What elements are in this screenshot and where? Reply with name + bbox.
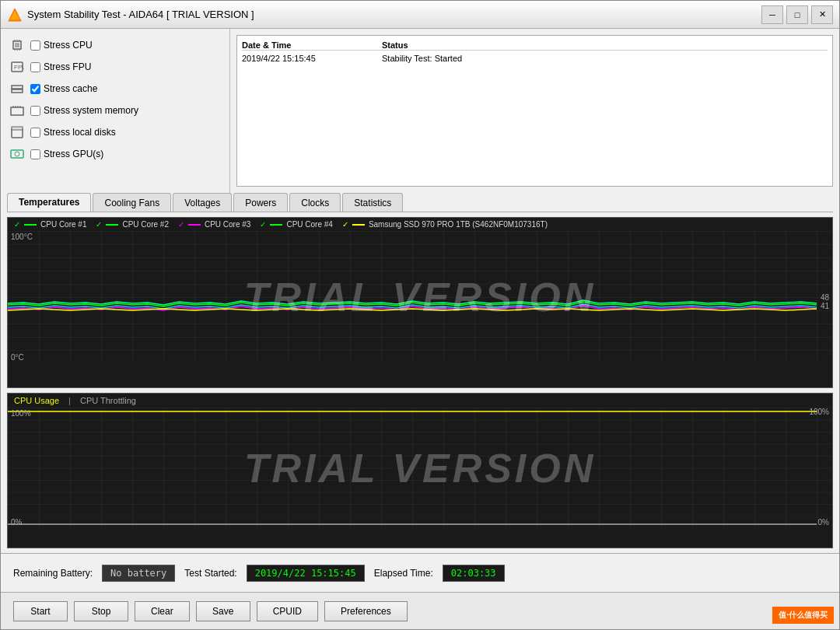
cache-icon: [9, 80, 26, 97]
test-started-label: Test Started:: [184, 568, 236, 579]
temp-val-41: 41: [821, 302, 829, 310]
stress-options-list: Stress CPU FPU Stress FPU Stress cache S…: [9, 37, 222, 163]
disks-checkbox[interactable]: [30, 128, 40, 138]
tab-temperatures[interactable]: Temperatures: [7, 193, 91, 212]
cpu-usage-chart: CPU Usage | CPU Throttling: [7, 393, 833, 548]
cpu-usage-legend-label: CPU Usage: [14, 396, 59, 405]
temp-values-right: 48 41: [821, 293, 829, 310]
temperature-svg: [8, 231, 832, 363]
title-bar: System Stability Test - AIDA64 [ TRIAL V…: [1, 1, 839, 29]
close-button[interactable]: ✕: [811, 5, 833, 24]
tab-clocks[interactable]: Clocks: [289, 193, 341, 212]
fpu-label: Stress FPU: [44, 61, 91, 72]
cpuid-button[interactable]: CPUID: [257, 601, 318, 621]
window-controls: ─ □ ✕: [761, 5, 833, 24]
legend-check: ✓: [14, 220, 20, 229]
cpu-label: Stress CPU: [44, 40, 93, 51]
maximize-button[interactable]: □: [786, 5, 808, 24]
memory-icon: [9, 102, 26, 119]
legend-check: ✓: [342, 220, 348, 229]
legend-text: CPU Core #3: [205, 220, 250, 229]
temperature-chart: ✓CPU Core #1✓CPU Core #2✓CPU Core #3✓CPU…: [7, 217, 833, 388]
cache-checkbox-label[interactable]: Stress cache: [30, 83, 97, 94]
svg-rect-12: [12, 86, 23, 89]
log-area: Date & Time Status 2019/4/22 15:15:45Sta…: [236, 35, 833, 187]
temperature-legend: ✓CPU Core #1✓CPU Core #2✓CPU Core #3✓CPU…: [8, 218, 832, 231]
log-status: Stability Test: Started: [382, 54, 828, 63]
log-col-datetime: Date & Time: [242, 40, 366, 50]
elapsed-value: 02:03:33: [443, 565, 505, 582]
log-rows: 2019/4/22 15:15:45Stability Test: Starte…: [242, 54, 828, 63]
y-label-min-cpu: 0%: [11, 518, 22, 527]
stress-item-disks: Stress local disks: [9, 124, 222, 141]
legend-text: Samsung SSD 970 PRO 1TB (S462NF0M107316T…: [369, 220, 548, 229]
tab-cooling-fans[interactable]: Cooling Fans: [93, 193, 171, 212]
stress-item-cpu: Stress CPU: [9, 37, 222, 54]
cpu-icon: [9, 37, 26, 54]
stress-item-cache: Stress cache: [9, 80, 222, 97]
cpu-checkbox[interactable]: [30, 40, 40, 51]
memory-checkbox-label[interactable]: Stress system memory: [30, 105, 138, 116]
memory-label: Stress system memory: [44, 105, 138, 116]
watermark: 值·什么值得买: [772, 607, 834, 624]
right-panel: Date & Time Status 2019/4/22 15:15:45Sta…: [230, 29, 839, 193]
separator: |: [68, 396, 71, 405]
start-button[interactable]: Start: [13, 601, 68, 621]
legend-text: CPU Core #2: [122, 220, 168, 229]
log-datetime: 2019/4/22 15:15:45: [242, 54, 366, 63]
tab-statistics[interactable]: Statistics: [342, 193, 403, 212]
svg-rect-14: [11, 107, 23, 115]
tabs-row: TemperaturesCooling FansVoltagesPowersCl…: [7, 193, 833, 212]
gpu-checkbox[interactable]: [30, 149, 40, 159]
fpu-checkbox[interactable]: [30, 62, 40, 72]
tabs-section: TemperaturesCooling FansVoltagesPowersCl…: [1, 193, 839, 212]
cache-checkbox[interactable]: [30, 84, 40, 94]
svg-text:FPU: FPU: [14, 64, 24, 71]
cpu-val-100: 100%: [809, 408, 829, 416]
status-bar: Remaining Battery: No battery Test Start…: [1, 553, 839, 592]
memory-checkbox[interactable]: [30, 106, 40, 116]
svg-point-22: [15, 152, 19, 156]
save-button[interactable]: Save: [196, 601, 250, 621]
svg-rect-23: [8, 231, 832, 363]
app-icon: [7, 7, 23, 23]
legend-item: ✓CPU Core #1: [14, 220, 86, 229]
y-label-max-temp: 100°C: [11, 233, 33, 241]
legend-color-swatch: [24, 224, 37, 226]
legend-item: ✓CPU Core #4: [260, 220, 332, 229]
y-label-min-temp: 0°C: [11, 353, 24, 362]
log-header: Date & Time Status: [242, 40, 828, 51]
disks-checkbox-label[interactable]: Stress local disks: [30, 127, 116, 138]
tab-voltages[interactable]: Voltages: [173, 193, 232, 212]
y-label-max-cpu: 100%: [11, 409, 31, 418]
main-window: System Stability Test - AIDA64 [ TRIAL V…: [0, 0, 840, 630]
battery-value: No battery: [102, 565, 175, 582]
cpu-val-0: 0%: [818, 518, 829, 527]
legend-color-swatch: [188, 224, 201, 226]
cpu-checkbox-label[interactable]: Stress CPU: [30, 40, 93, 51]
svg-rect-24: [8, 408, 832, 528]
cpu-usage-legend: CPU Usage | CPU Throttling: [8, 394, 832, 408]
disks-label: Stress local disks: [44, 127, 116, 138]
gpu-label: Stress GPU(s): [44, 149, 103, 159]
cpu-usage-svg: [8, 408, 832, 528]
gpu-checkbox-label[interactable]: Stress GPU(s): [30, 149, 103, 159]
preferences-button[interactable]: Preferences: [324, 601, 408, 621]
disks-icon: [9, 124, 26, 141]
log-col-status: Status: [382, 40, 828, 50]
minimize-button[interactable]: ─: [761, 5, 783, 24]
legend-check: ✓: [178, 220, 184, 229]
elapsed-label: Elapsed Time:: [374, 568, 433, 579]
charts-area: ✓CPU Core #1✓CPU Core #2✓CPU Core #3✓CPU…: [1, 212, 839, 553]
legend-color-swatch: [270, 224, 282, 226]
tab-powers[interactable]: Powers: [233, 193, 288, 212]
legend-check: ✓: [96, 220, 102, 229]
fpu-checkbox-label[interactable]: Stress FPU: [30, 61, 91, 72]
legend-item: ✓CPU Core #3: [178, 220, 250, 229]
stop-button[interactable]: Stop: [74, 601, 128, 621]
stress-item-memory: Stress system memory: [9, 102, 222, 119]
clear-button[interactable]: Clear: [135, 601, 190, 621]
stress-item-fpu: FPU Stress FPU: [9, 58, 222, 75]
content-area: Stress CPU FPU Stress FPU Stress cache S…: [1, 29, 839, 193]
temperature-graph-area: TRIAL VERSION 100°C 0°C 48 41: [8, 231, 832, 363]
